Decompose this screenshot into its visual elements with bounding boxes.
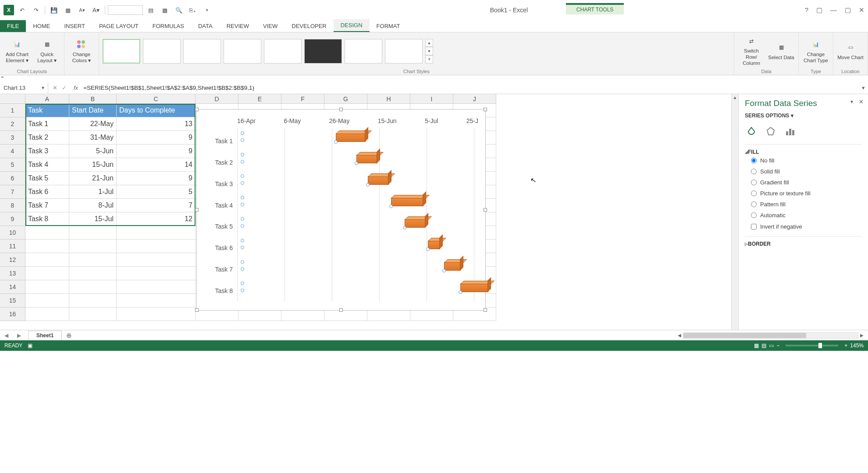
chart-x-axis[interactable]: 16-Apr6-May26-May15-Jun5-Jul25-J [237, 117, 478, 126]
zoom-slider[interactable] [786, 345, 838, 346]
switch-row-column-button[interactable]: ⇄Switch Row/ Column [738, 36, 765, 67]
cell-B14[interactable] [69, 280, 117, 294]
quick-layout-button[interactable]: ▦Quick Layout ▾ [33, 36, 60, 67]
redo-button[interactable]: ↷ [30, 4, 42, 16]
cell-C14[interactable] [117, 280, 196, 294]
series-options-tab-icon[interactable] [783, 125, 797, 138]
qat-btn-5[interactable]: ⎘▾ [187, 4, 199, 16]
select-all-corner[interactable] [0, 94, 25, 104]
cell-B9[interactable]: 15-Jul [69, 212, 117, 226]
cell-A5[interactable]: Task 4 [25, 158, 69, 172]
cell-C11[interactable] [117, 240, 196, 253]
chart-bar-8[interactable] [460, 283, 488, 292]
view-pagelayout-button[interactable]: ▤ [761, 342, 766, 349]
chart-plot-area[interactable] [237, 128, 478, 301]
font-inc-button[interactable]: A▾ [90, 4, 102, 16]
fill-gradient[interactable]: Gradient fill [745, 177, 862, 188]
cell-C15[interactable] [117, 294, 196, 307]
fill-pattern[interactable]: Pattern fill [745, 199, 862, 210]
cell-B15[interactable] [69, 294, 117, 307]
add-chart-element-button[interactable]: 📊Add Chart Element ▾ [4, 36, 31, 67]
maximize-button[interactable]: ▢ [845, 6, 851, 14]
cell-B13[interactable] [69, 267, 117, 280]
change-chart-type-button[interactable]: 📊Change Chart Type [802, 36, 829, 67]
invert-if-negative[interactable]: Invert if negative [745, 221, 862, 233]
cell-A7[interactable]: Task 6 [25, 185, 69, 199]
cell-C6[interactable]: 9 [117, 172, 196, 185]
name-box[interactable]: Chart 13▼ [0, 82, 48, 94]
chart-bar-7[interactable] [444, 262, 461, 271]
cell-A12[interactable] [25, 253, 69, 267]
effects-tab-icon[interactable] [764, 125, 777, 138]
chart-style-6[interactable] [304, 39, 342, 64]
row-headers[interactable]: 12345678910111213141516 [0, 104, 25, 321]
move-chart-button[interactable]: ▭Move Chart [837, 36, 864, 67]
cell-C5[interactable]: 14 [117, 158, 196, 172]
cell-C13[interactable] [117, 267, 196, 280]
close-button[interactable]: ✕ [859, 6, 864, 14]
cell-C7[interactable]: 5 [117, 185, 196, 199]
ribbon-collapse-button[interactable]: ⌃ [0, 75, 868, 82]
cell-C16[interactable] [117, 307, 196, 321]
undo-button[interactable]: ↶ [16, 4, 28, 16]
chart-style-8[interactable] [385, 39, 423, 64]
zoom-out-button[interactable]: − [776, 342, 779, 349]
cell-A6[interactable]: Task 5 [25, 172, 69, 185]
chart-bar-3[interactable] [368, 176, 389, 185]
chart-style-5[interactable] [264, 39, 302, 64]
cell-B7[interactable]: 1-Jul [69, 185, 117, 199]
qat-btn-4[interactable]: 🔍 [173, 4, 185, 16]
tab-formulas[interactable]: FORMULAS [146, 20, 191, 32]
fill-picture[interactable]: Picture or texture fill [745, 188, 862, 199]
help-button[interactable]: ? [805, 6, 808, 14]
cell-C12[interactable] [117, 253, 196, 267]
chart-bar-2[interactable] [356, 155, 377, 163]
tab-file[interactable]: FILE [0, 20, 26, 32]
ribbon-display-button[interactable]: ▢ [816, 6, 822, 14]
cell-A4[interactable]: Task 3 [25, 145, 69, 158]
enter-formula-button[interactable]: ✓ [62, 85, 67, 91]
view-normal-button[interactable]: ▦ [754, 342, 759, 349]
horizontal-scrollbar[interactable] [683, 332, 858, 339]
sheet-nav-prev[interactable]: ◀ [0, 332, 13, 339]
qat-btn-1[interactable]: ▦ [62, 4, 74, 16]
fill-solid[interactable]: Solid fill [745, 166, 862, 177]
series-options-dropdown[interactable]: SERIES OPTIONS ▾ [745, 113, 862, 119]
tab-review[interactable]: REVIEW [220, 20, 256, 32]
cell-C9[interactable]: 12 [117, 212, 196, 226]
border-section-header[interactable]: BORDER [745, 241, 862, 247]
add-sheet-button[interactable]: ⊕ [62, 332, 76, 339]
cell-A14[interactable] [25, 280, 69, 294]
fill-no-fill[interactable]: No fill [745, 155, 862, 166]
cell-B12[interactable] [69, 253, 117, 267]
chart-bar-1[interactable] [336, 133, 366, 142]
fill-line-tab-icon[interactable] [745, 125, 758, 138]
cell-B4[interactable]: 5-Jun [69, 145, 117, 158]
fx-icon[interactable]: fx [71, 85, 81, 91]
macro-record-icon[interactable]: ▣ [28, 342, 32, 349]
chart-bar-5[interactable] [405, 219, 426, 228]
chart-bar-6[interactable] [428, 240, 440, 249]
qat-combo[interactable] [108, 5, 143, 15]
cell-B11[interactable] [69, 240, 117, 253]
cell-B3[interactable]: 31-May [69, 131, 117, 145]
formula-expand-button[interactable]: ▾ [858, 85, 868, 91]
cell-B1[interactable]: Start Date [69, 104, 117, 117]
chart-style-7[interactable] [345, 39, 382, 64]
view-pagebreak-button[interactable]: ▭ [769, 342, 774, 349]
vertical-scrollbar[interactable]: ▲ [731, 94, 738, 330]
chart-style-1[interactable] [103, 39, 140, 64]
hscroll-left[interactable]: ◀ [676, 333, 683, 338]
fill-section-header[interactable]: FILL [745, 149, 862, 155]
chart-bar-4[interactable] [391, 198, 423, 206]
chart-style-3[interactable] [183, 39, 221, 64]
worksheet[interactable]: ABCDEFGHIJ 12345678910111213141516 TaskS… [0, 94, 738, 330]
cell-C4[interactable]: 9 [117, 145, 196, 158]
cell-C1[interactable]: Days to Complete [117, 104, 196, 117]
gallery-scroll[interactable]: ▲▼▾ [425, 39, 433, 64]
cell-C8[interactable]: 7 [117, 199, 196, 212]
pane-options-button[interactable]: ▼ [850, 99, 854, 104]
cell-B10[interactable] [69, 226, 117, 240]
cell-A11[interactable] [25, 240, 69, 253]
cell-A8[interactable]: Task 7 [25, 199, 69, 212]
